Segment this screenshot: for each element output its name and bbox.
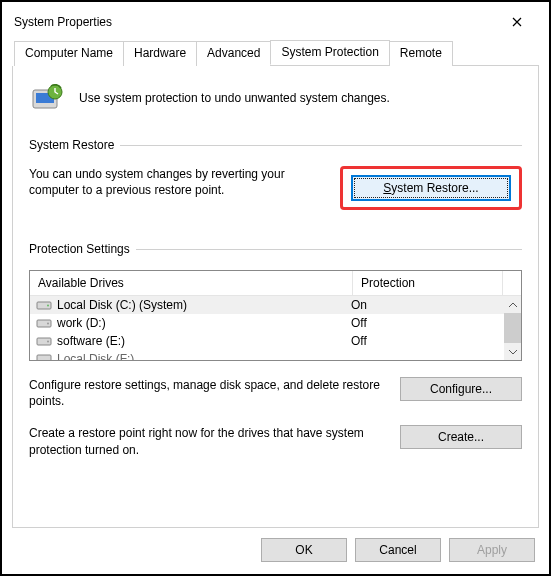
drives-body: Local Disk (C:) (System) On work (D:) Of… [30,296,521,360]
svg-point-4 [47,305,49,307]
scroll-down-button[interactable] [504,343,521,360]
dialog-footer: OK Cancel Apply [12,528,539,566]
tab-strip: Computer Name Hardware Advanced System P… [14,40,539,66]
content-area: Computer Name Hardware Advanced System P… [2,40,549,574]
drive-row[interactable]: work (D:) Off [30,314,521,332]
drive-row[interactable]: Local Disk (F:) [30,350,521,360]
disk-icon [36,299,52,311]
tab-remote[interactable]: Remote [389,41,453,66]
apply-button[interactable]: Apply [449,538,535,562]
scrollbar[interactable] [504,296,521,360]
window-title: System Properties [14,15,112,29]
svg-point-6 [47,323,49,325]
restore-row: You can undo system changes by reverting… [29,166,522,210]
disk-icon [36,317,52,329]
column-protection[interactable]: Protection [353,271,503,296]
tab-system-protection[interactable]: System Protection [270,40,389,65]
drives-table: Available Drives Protection Local Disk (… [29,270,522,361]
drive-protection: On [351,298,515,312]
system-restore-button[interactable]: System Restore... [351,175,511,201]
create-row: Create a restore point right now for the… [29,425,522,457]
column-available-drives[interactable]: Available Drives [30,271,353,296]
system-protection-icon [29,80,65,116]
protection-settings-heading: Protection Settings [29,242,522,256]
drive-row[interactable]: Local Disk (C:) (System) On [30,296,521,314]
tab-computer-name[interactable]: Computer Name [14,41,124,66]
drive-name: software (E:) [57,334,125,348]
highlight-box: System Restore... [340,166,522,210]
intro-row: Use system protection to undo unwanted s… [29,80,522,116]
chevron-up-icon [509,302,517,308]
scroll-up-button[interactable] [504,296,521,313]
drives-header: Available Drives Protection [30,271,521,296]
intro-text: Use system protection to undo unwanted s… [79,91,390,105]
drive-protection: Off [351,316,515,330]
drive-name: work (D:) [57,316,106,330]
close-icon [512,17,522,27]
create-button[interactable]: Create... [400,425,522,449]
chevron-down-icon [509,349,517,355]
divider [120,145,522,146]
tab-hardware[interactable]: Hardware [123,41,197,66]
column-scroll [503,271,521,296]
restore-description: You can undo system changes by reverting… [29,166,320,198]
close-button[interactable] [497,10,537,34]
svg-rect-9 [37,355,51,360]
create-description: Create a restore point right now for the… [29,425,380,457]
drive-row[interactable]: software (E:) Off [30,332,521,350]
tab-panel: Use system protection to undo unwanted s… [12,66,539,528]
scroll-thumb[interactable] [504,313,521,343]
system-restore-heading: System Restore [29,138,522,152]
divider [136,249,522,250]
svg-point-8 [47,341,49,343]
system-properties-window: System Properties Computer Name Hardware… [2,2,549,574]
disk-icon [36,335,52,347]
disk-icon [36,352,52,360]
cancel-button[interactable]: Cancel [355,538,441,562]
configure-description: Configure restore settings, manage disk … [29,377,380,409]
ok-button[interactable]: OK [261,538,347,562]
drive-protection: Off [351,334,515,348]
drive-name: Local Disk (F:) [57,352,134,360]
drive-name: Local Disk (C:) (System) [57,298,187,312]
tab-advanced[interactable]: Advanced [196,41,271,66]
titlebar: System Properties [2,2,549,40]
configure-row: Configure restore settings, manage disk … [29,377,522,409]
configure-button[interactable]: Configure... [400,377,522,401]
